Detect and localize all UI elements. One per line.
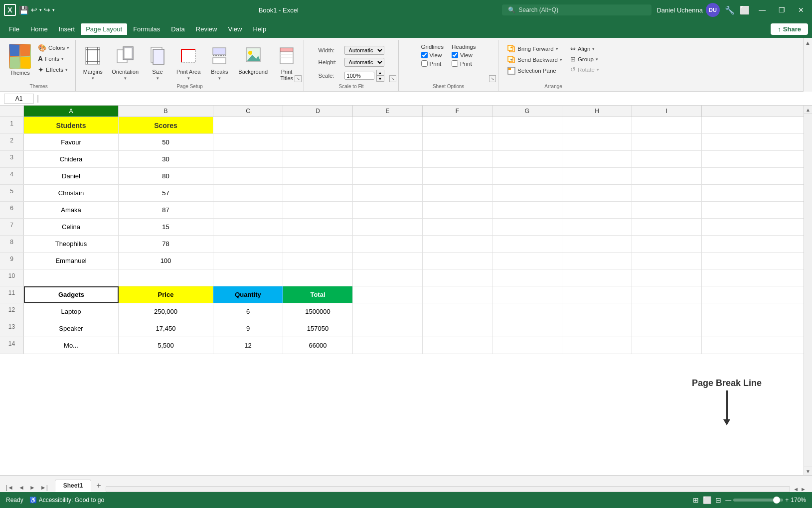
- view-page-layout-icon[interactable]: ⬜: [703, 496, 711, 504]
- cell-a5[interactable]: Christain: [24, 185, 119, 201]
- cell-b6[interactable]: 87: [119, 202, 213, 218]
- scale-input[interactable]: [344, 72, 374, 80]
- sheet-tab-sheet1[interactable]: Sheet1: [55, 480, 91, 492]
- menu-insert[interactable]: Insert: [54, 23, 80, 35]
- cell-a10[interactable]: [24, 269, 119, 286]
- cell-c12[interactable]: 6: [213, 303, 283, 320]
- width-select[interactable]: Automatic 1 page 2 pages: [344, 46, 384, 55]
- cell-f10[interactable]: [423, 269, 492, 286]
- menu-file[interactable]: File: [4, 23, 24, 35]
- cell-g2[interactable]: [492, 134, 562, 150]
- cell-e11[interactable]: [353, 286, 423, 303]
- cell-b5[interactable]: 57: [119, 185, 213, 201]
- cell-f6[interactable]: [423, 202, 492, 218]
- view-normal-icon[interactable]: ⊞: [693, 496, 699, 504]
- cell-d12[interactable]: 1500000: [283, 303, 353, 320]
- selection-pane-button[interactable]: Selection Pane: [505, 66, 564, 76]
- cell-d6[interactable]: [283, 202, 353, 218]
- cell-h7[interactable]: [562, 219, 632, 235]
- cell-d11[interactable]: Total: [283, 286, 353, 303]
- page-setup-expand-btn[interactable]: ↘: [295, 75, 302, 82]
- cell-e1[interactable]: [353, 117, 423, 133]
- cell-c1[interactable]: [213, 117, 283, 133]
- add-sheet-button[interactable]: +: [92, 479, 105, 492]
- cell-c13[interactable]: 9: [213, 320, 283, 337]
- col-header-d[interactable]: D: [283, 106, 353, 117]
- ribbon-display-icon[interactable]: ⬜: [740, 5, 750, 15]
- cell-i13[interactable]: [632, 320, 702, 337]
- gridlines-print-checkbox[interactable]: [421, 60, 428, 67]
- scale-spinner[interactable]: ▲ ▼: [376, 70, 384, 82]
- cell-f2[interactable]: [423, 134, 492, 150]
- tools-icon[interactable]: 🔧: [725, 5, 735, 15]
- sheet-nav-next[interactable]: ►: [27, 483, 37, 492]
- cell-f14[interactable]: [423, 337, 492, 354]
- menu-home[interactable]: Home: [25, 23, 53, 35]
- cell-d4[interactable]: [283, 168, 353, 184]
- effects-button[interactable]: ✦ Effects ▾: [36, 65, 71, 75]
- cell-f7[interactable]: [423, 219, 492, 235]
- cell-c2[interactable]: [213, 134, 283, 150]
- sheet-nav-prev[interactable]: ◄: [16, 483, 26, 492]
- cell-b14[interactable]: 5,500: [119, 337, 213, 354]
- cell-h5[interactable]: [562, 185, 632, 201]
- formula-input[interactable]: [42, 95, 808, 102]
- cell-a11[interactable]: Gadgets: [24, 286, 119, 303]
- cell-i8[interactable]: [632, 236, 702, 252]
- cell-a12[interactable]: Laptop: [24, 303, 119, 320]
- zoom-thumb[interactable]: [773, 497, 780, 504]
- customize-qat-icon[interactable]: ▾: [52, 7, 55, 12]
- cell-d14[interactable]: 66000: [283, 337, 353, 354]
- cell-e10[interactable]: [353, 269, 423, 286]
- cell-h9[interactable]: [562, 253, 632, 269]
- scroll-track-v[interactable]: [804, 114, 812, 467]
- cell-c4[interactable]: [213, 168, 283, 184]
- cell-b8[interactable]: 78: [119, 236, 213, 252]
- share-button[interactable]: ↑ Share: [771, 23, 808, 35]
- print-area-button[interactable]: Print Area ▾: [173, 43, 203, 82]
- col-header-b[interactable]: B: [119, 106, 213, 117]
- menu-help[interactable]: Help: [248, 23, 271, 35]
- size-button[interactable]: Size ▾: [145, 43, 170, 82]
- redo-icon[interactable]: ↪: [44, 5, 50, 14]
- cell-e13[interactable]: [353, 320, 423, 337]
- cell-e7[interactable]: Page Break Line: [353, 219, 423, 235]
- cell-i11[interactable]: [632, 286, 702, 303]
- minimize-btn[interactable]: —: [755, 6, 770, 14]
- cell-a8[interactable]: Theophilus: [24, 236, 119, 252]
- col-header-i[interactable]: I: [632, 106, 702, 117]
- breaks-button[interactable]: Breaks ▾: [206, 43, 232, 82]
- cell-h12[interactable]: [562, 303, 632, 320]
- cell-h13[interactable]: [562, 320, 632, 337]
- cell-g7[interactable]: [492, 219, 562, 235]
- cell-c9[interactable]: [213, 253, 283, 269]
- cell-b3[interactable]: 30: [119, 151, 213, 167]
- cell-i6[interactable]: [632, 202, 702, 218]
- search-box[interactable]: 🔍: [502, 4, 651, 15]
- orientation-button[interactable]: Orientation ▾: [109, 43, 142, 82]
- cell-g1[interactable]: [492, 117, 562, 133]
- cell-c6[interactable]: [213, 202, 283, 218]
- cell-d7[interactable]: [283, 219, 353, 235]
- cell-i14[interactable]: [632, 337, 702, 354]
- scroll-down-btn[interactable]: ▼: [804, 467, 812, 475]
- cell-c7[interactable]: [213, 219, 283, 235]
- cell-e5[interactable]: [353, 185, 423, 201]
- cell-c5[interactable]: [213, 185, 283, 201]
- cell-f11[interactable]: [423, 286, 492, 303]
- col-header-a[interactable]: A: [24, 106, 119, 117]
- cell-h2[interactable]: [562, 134, 632, 150]
- cell-c11[interactable]: Quantity: [213, 286, 283, 303]
- col-header-c[interactable]: C: [213, 106, 283, 117]
- user-avatar[interactable]: DU: [706, 3, 720, 17]
- cell-h6[interactable]: [562, 202, 632, 218]
- cell-b1[interactable]: Scores: [119, 117, 213, 133]
- cell-g9[interactable]: [492, 253, 562, 269]
- background-button[interactable]: Background: [235, 43, 271, 76]
- col-header-h[interactable]: H: [562, 106, 632, 117]
- close-btn[interactable]: ✕: [794, 6, 808, 14]
- cell-e9[interactable]: [353, 253, 423, 269]
- headings-view-checkbox[interactable]: [452, 52, 458, 58]
- cell-a7[interactable]: Celina: [24, 219, 119, 235]
- cell-c3[interactable]: [213, 151, 283, 167]
